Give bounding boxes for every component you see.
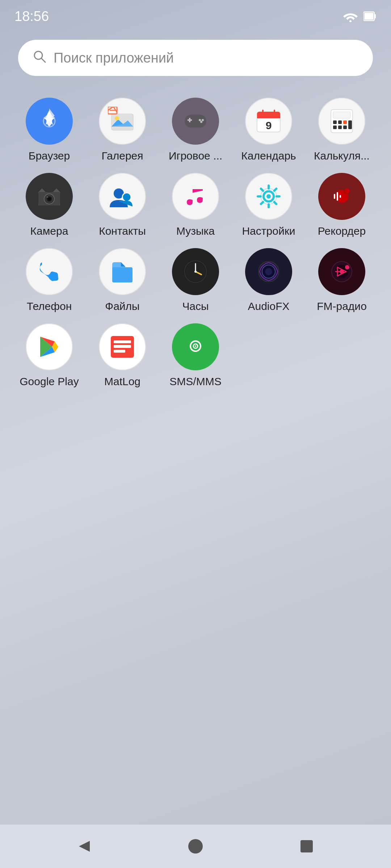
app-icon-matlog xyxy=(99,323,146,370)
svg-point-82 xyxy=(195,345,196,347)
wifi-icon xyxy=(343,10,358,22)
search-container: Поиск приложений xyxy=(0,29,391,90)
app-label-recorder: Рекордер xyxy=(311,225,373,237)
app-item-calendar[interactable]: 9 Календарь xyxy=(234,98,303,162)
app-icon-clock xyxy=(172,248,219,295)
svg-line-44 xyxy=(274,202,277,204)
nav-back-button[interactable] xyxy=(70,832,99,861)
app-item-music[interactable]: Музыка xyxy=(161,173,230,237)
app-label-settings: Настройки xyxy=(238,225,299,237)
app-item-googleplay[interactable]: Google Play xyxy=(14,323,84,388)
svg-rect-8 xyxy=(112,114,133,130)
battery-icon xyxy=(363,10,377,22)
svg-point-38 xyxy=(47,197,51,201)
app-item-settings[interactable]: Настройки xyxy=(234,173,303,237)
app-label-calculator: Калькуля... xyxy=(311,150,373,162)
app-icon-music xyxy=(172,173,219,220)
nav-bar xyxy=(0,825,391,868)
svg-text:9: 9 xyxy=(266,119,272,131)
svg-rect-22 xyxy=(257,115,280,118)
app-icon-audiofx xyxy=(245,248,292,295)
nav-recents-button[interactable] xyxy=(292,832,321,861)
svg-line-5 xyxy=(41,58,45,62)
app-label-audiofx: AudioFX xyxy=(238,300,299,312)
app-icon-googleplay xyxy=(26,323,73,370)
svg-point-19 xyxy=(200,121,202,123)
svg-point-62 xyxy=(194,271,197,273)
app-item-calculator[interactable]: Калькуля... xyxy=(307,98,377,162)
svg-line-46 xyxy=(261,202,263,204)
app-icon-calculator xyxy=(318,98,365,145)
app-icon-gallery xyxy=(99,98,146,145)
app-icon-browser xyxy=(26,98,73,145)
app-label-contacts: Контакты xyxy=(92,225,153,237)
search-bar[interactable]: Поиск приложений xyxy=(18,40,373,76)
app-icon-fmradio xyxy=(318,248,365,295)
svg-rect-28 xyxy=(333,120,337,124)
app-label-calendar: Календарь xyxy=(238,150,299,162)
svg-rect-27 xyxy=(333,112,350,118)
svg-point-53 xyxy=(344,188,350,194)
svg-rect-57 xyxy=(112,267,133,282)
app-item-contacts[interactable]: Контакты xyxy=(88,173,157,237)
app-icon-recorder xyxy=(318,173,365,220)
app-label-music: Музыка xyxy=(165,225,226,237)
svg-rect-85 xyxy=(300,840,313,852)
svg-point-65 xyxy=(265,268,272,275)
app-item-game[interactable]: Игровое ... xyxy=(161,98,230,162)
app-item-gallery[interactable]: Галерея xyxy=(88,98,157,162)
app-icon-calendar: 9 xyxy=(245,98,292,145)
svg-point-69 xyxy=(345,265,349,269)
svg-rect-16 xyxy=(189,118,190,122)
svg-point-42 xyxy=(266,194,271,199)
svg-point-11 xyxy=(115,116,119,120)
svg-rect-33 xyxy=(343,125,347,129)
status-time: 18:56 xyxy=(14,9,49,24)
app-item-audiofx[interactable]: AudioFX xyxy=(234,248,303,312)
app-label-sms: SMS/MMS xyxy=(165,375,226,388)
svg-point-41 xyxy=(122,193,131,201)
app-label-fmradio: FM-радио xyxy=(311,300,373,312)
svg-rect-2 xyxy=(365,13,374,20)
app-item-matlog[interactable]: MatLog xyxy=(88,323,157,388)
svg-point-0 xyxy=(349,20,352,22)
svg-rect-30 xyxy=(343,120,347,124)
app-label-gallery: Галерея xyxy=(92,150,153,162)
svg-rect-78 xyxy=(114,350,125,353)
app-item-phone[interactable]: Телефон xyxy=(14,248,84,312)
svg-point-39 xyxy=(47,196,48,198)
app-item-clock[interactable]: Часы xyxy=(161,248,230,312)
app-label-clock: Часы xyxy=(165,300,226,312)
status-icons xyxy=(343,10,377,22)
app-label-googleplay: Google Play xyxy=(18,375,80,388)
svg-point-18 xyxy=(202,119,204,121)
app-icon-phone xyxy=(26,248,73,295)
svg-line-50 xyxy=(274,189,277,191)
svg-rect-32 xyxy=(338,125,342,129)
app-item-files[interactable]: Файлы xyxy=(88,248,157,312)
svg-rect-77 xyxy=(114,345,131,348)
app-label-browser: Браузер xyxy=(18,150,80,162)
app-icon-sms xyxy=(172,323,219,370)
app-label-game: Игровое ... xyxy=(165,150,226,162)
app-icon-contacts xyxy=(99,173,146,220)
app-icon-files xyxy=(99,248,146,295)
svg-rect-29 xyxy=(338,120,342,124)
app-item-sms[interactable]: SMS/MMS xyxy=(161,323,230,388)
svg-rect-31 xyxy=(333,125,337,129)
app-item-fmradio[interactable]: FM-радио xyxy=(307,248,377,312)
app-label-camera: Камера xyxy=(18,225,80,237)
app-item-recorder[interactable]: Рекордер xyxy=(307,173,377,237)
svg-rect-34 xyxy=(348,120,352,129)
svg-rect-76 xyxy=(114,340,131,343)
app-item-browser[interactable]: Браузер xyxy=(14,98,84,162)
app-icon-camera xyxy=(26,173,73,220)
app-icon-settings xyxy=(245,173,292,220)
svg-point-84 xyxy=(188,839,203,854)
app-item-camera[interactable]: Камера xyxy=(14,173,84,237)
status-bar: 18:56 xyxy=(0,0,391,29)
svg-point-17 xyxy=(199,119,201,121)
app-icon-game xyxy=(172,98,219,145)
svg-rect-3 xyxy=(374,14,376,18)
nav-home-button[interactable] xyxy=(181,832,210,861)
